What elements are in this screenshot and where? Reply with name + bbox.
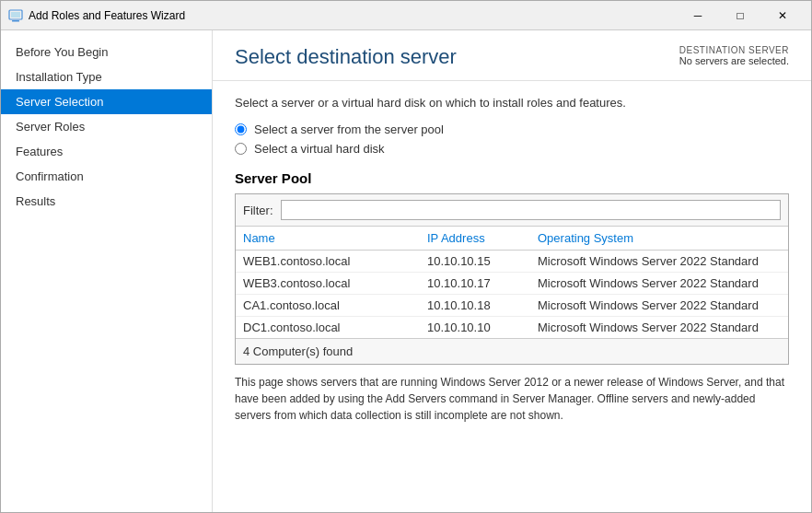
sidebar-item-installation-type[interactable]: Installation Type <box>1 64 212 89</box>
radio-vhd[interactable]: Select a virtual hard disk <box>235 142 789 156</box>
radio-group: Select a server from the server pool Sel… <box>235 122 789 156</box>
sidebar-item-before-you-begin[interactable]: Before You Begin <box>1 40 212 64</box>
table-row[interactable]: CA1.contoso.local 10.10.10.18 Microsoft … <box>236 295 788 317</box>
pool-footer: 4 Computer(s) found <box>236 338 788 364</box>
sidebar-item-server-roles[interactable]: Server Roles <box>1 114 212 139</box>
cell-name: WEB1.contoso.local <box>243 254 427 268</box>
table-row[interactable]: WEB3.contoso.local 10.10.10.17 Microsoft… <box>236 273 788 295</box>
main-panel: Select destination server DESTINATION SE… <box>213 30 811 512</box>
title-bar: Add Roles and Features Wizard ─ □ ✕ <box>1 1 811 30</box>
svg-rect-1 <box>12 20 19 22</box>
col-header-ip: IP Address <box>427 231 538 245</box>
server-pool-title: Server Pool <box>235 170 789 186</box>
window-controls: ─ □ ✕ <box>677 1 804 30</box>
page-title: Select destination server <box>235 45 457 69</box>
main-window: Add Roles and Features Wizard ─ □ ✕ Befo… <box>0 0 812 513</box>
sidebar-item-results[interactable]: Results <box>1 189 212 214</box>
cell-os: Microsoft Windows Server 2022 Standard <box>538 321 781 334</box>
cell-ip: 10.10.10.17 <box>427 276 538 290</box>
sidebar: Before You Begin Installation Type Serve… <box>1 30 213 512</box>
radio-server-pool[interactable]: Select a server from the server pool <box>235 122 789 136</box>
server-pool-section: Server Pool Filter: Name IP Address Oper… <box>235 170 789 424</box>
radio-vhd-input[interactable] <box>235 143 247 155</box>
main-header: Select destination server DESTINATION SE… <box>213 30 811 81</box>
radio-vhd-label: Select a virtual hard disk <box>254 142 385 156</box>
description-text: Select a server or a virtual hard disk o… <box>235 96 789 110</box>
table-body: WEB1.contoso.local 10.10.10.15 Microsoft… <box>236 251 788 338</box>
destination-server-value: No servers are selected. <box>679 55 789 66</box>
sidebar-item-confirmation[interactable]: Confirmation <box>1 164 212 189</box>
sidebar-item-features[interactable]: Features <box>1 139 212 164</box>
cell-os: Microsoft Windows Server 2022 Standard <box>538 276 781 290</box>
main-content: Select a server or a virtual hard disk o… <box>213 81 811 512</box>
sidebar-item-server-selection[interactable]: Server Selection <box>1 89 212 114</box>
filter-input[interactable] <box>281 200 782 220</box>
pool-container: Filter: Name IP Address Operating System… <box>235 193 789 365</box>
radio-server-pool-input[interactable] <box>235 123 247 135</box>
col-header-name: Name <box>243 231 427 245</box>
window-title: Add Roles and Features Wizard <box>29 9 677 22</box>
close-button[interactable]: ✕ <box>761 1 804 30</box>
cell-name: DC1.contoso.local <box>243 321 427 334</box>
table-row[interactable]: DC1.contoso.local 10.10.10.10 Microsoft … <box>236 317 788 338</box>
cell-ip: 10.10.10.10 <box>427 321 538 334</box>
svg-rect-2 <box>11 12 20 17</box>
minimize-button[interactable]: ─ <box>677 1 719 30</box>
cell-os: Microsoft Windows Server 2022 Standard <box>538 298 781 312</box>
table-row[interactable]: WEB1.contoso.local 10.10.10.15 Microsoft… <box>236 251 788 273</box>
table-header: Name IP Address Operating System <box>236 227 788 251</box>
filter-label: Filter: <box>243 204 273 217</box>
cell-ip: 10.10.10.15 <box>427 254 538 268</box>
destination-server-info: DESTINATION SERVER No servers are select… <box>679 45 789 66</box>
maximize-button[interactable]: □ <box>719 1 761 30</box>
cell-name: WEB3.contoso.local <box>243 276 427 290</box>
content-area: Before You Begin Installation Type Serve… <box>1 30 811 512</box>
app-icon <box>8 8 23 23</box>
col-header-os: Operating System <box>538 231 781 245</box>
destination-server-label: DESTINATION SERVER <box>679 45 789 55</box>
filter-row: Filter: <box>236 194 788 227</box>
cell-ip: 10.10.10.18 <box>427 298 538 312</box>
cell-name: CA1.contoso.local <box>243 298 427 312</box>
cell-os: Microsoft Windows Server 2022 Standard <box>538 254 781 268</box>
bottom-note: This page shows servers that are running… <box>235 374 789 424</box>
radio-server-pool-label: Select a server from the server pool <box>254 122 444 136</box>
